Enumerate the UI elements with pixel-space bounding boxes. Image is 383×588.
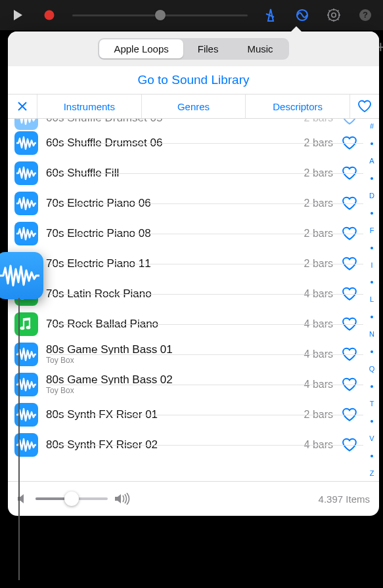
loop-subtitle: Toy Box xyxy=(46,387,304,396)
clear-filters-button[interactable] xyxy=(8,94,37,118)
index-dot xyxy=(371,247,373,249)
loop-browser-panel: Apple Loops Files Music Go to Sound Libr… xyxy=(8,32,379,516)
filter-genres[interactable]: Genres xyxy=(142,94,246,118)
filter-bar: Instruments Genres Descriptors xyxy=(8,94,379,119)
index-letter[interactable]: Z xyxy=(370,470,374,477)
index-letter[interactable]: I xyxy=(371,262,372,269)
items-count: 4.397 Items xyxy=(319,494,370,505)
loop-row[interactable]: 60s Shuffle Drumset 062 bars xyxy=(8,128,363,158)
volume-high-icon xyxy=(114,493,130,505)
source-segmented: Apple Loops Files Music xyxy=(8,32,379,66)
loop-row[interactable]: 60s Shuffle Drumset 052 bars xyxy=(8,119,363,128)
index-letter[interactable]: Q xyxy=(369,366,375,373)
favorite-toggle[interactable] xyxy=(341,119,358,127)
go-to-sound-library-link[interactable]: Go to Sound Library xyxy=(137,73,249,87)
segment-files[interactable]: Files xyxy=(183,39,233,58)
loop-browser-icon[interactable] xyxy=(290,4,315,26)
index-letter[interactable]: V xyxy=(369,435,374,442)
index-dot xyxy=(371,212,373,215)
segment-apple-loops[interactable]: Apple Loops xyxy=(99,39,183,58)
callout-line xyxy=(18,298,20,580)
index-letter[interactable]: N xyxy=(369,331,374,338)
index-letter[interactable]: D xyxy=(369,192,374,200)
loop-title: 60s Shuffle Drumset 05 xyxy=(46,119,304,125)
audio-loop-icon xyxy=(14,192,38,215)
index-dot xyxy=(371,420,373,423)
loop-row[interactable]: 60s Shuffle Fill2 bars xyxy=(8,158,363,188)
svg-text:?: ? xyxy=(363,10,368,20)
position-slider[interactable] xyxy=(72,10,248,20)
loop-row[interactable]: 80s Game Synth Bass 01Toy Box4 bars xyxy=(8,339,363,369)
svg-marker-0 xyxy=(14,10,22,20)
settings-icon[interactable] xyxy=(321,4,346,26)
svg-marker-23 xyxy=(115,494,121,503)
index-dot xyxy=(371,316,373,318)
play-button[interactable] xyxy=(5,4,30,26)
filter-descriptors[interactable]: Descriptors xyxy=(246,94,350,118)
loop-row[interactable]: 80s Synth FX Riser 012 bars xyxy=(8,400,363,430)
loop-row[interactable]: 70s Electric Piano 112 bars xyxy=(8,249,363,279)
svg-point-5 xyxy=(332,13,336,17)
audio-loop-icon xyxy=(14,131,38,155)
index-dot xyxy=(371,385,373,388)
index-letter[interactable]: F xyxy=(370,227,374,234)
svg-point-20 xyxy=(20,326,25,329)
loop-row[interactable]: 80s Synth FX Riser 024 bars xyxy=(8,430,363,460)
transport-toolbar: ? xyxy=(0,0,383,30)
index-letter[interactable]: # xyxy=(370,123,374,130)
svg-point-1 xyxy=(45,10,55,20)
loop-row[interactable]: 70s Electric Piano 082 bars xyxy=(8,219,363,249)
index-dot xyxy=(371,142,373,145)
loop-row[interactable]: 70s Latin Rock Piano4 bars xyxy=(8,279,363,309)
alpha-index[interactable]: #ADFILNQTVZ xyxy=(365,120,379,480)
help-icon[interactable]: ? xyxy=(353,4,378,26)
index-letter[interactable]: L xyxy=(370,296,374,303)
loop-row[interactable]: 70s Rock Ballad Piano4 bars xyxy=(8,309,363,339)
loop-list: 60s Shuffle Drumset 052 bars60s Shuffle … xyxy=(8,119,379,481)
svg-point-21 xyxy=(26,326,31,329)
segment-music[interactable]: Music xyxy=(233,39,287,58)
loop-row[interactable]: 80s Game Synth Bass 02Toy Box4 bars xyxy=(8,369,363,400)
loop-subtitle: Toy Box xyxy=(46,356,304,366)
dragging-loop-icon[interactable] xyxy=(0,252,43,299)
filter-favorites[interactable] xyxy=(350,94,379,118)
index-dot xyxy=(371,281,373,284)
go-to-sound-library[interactable]: Go to Sound Library xyxy=(8,66,379,94)
record-button[interactable] xyxy=(37,4,62,26)
index-dot xyxy=(371,350,373,353)
index-letter[interactable]: A xyxy=(369,158,374,165)
metronome-icon[interactable] xyxy=(258,4,283,26)
browser-footer: 4.397 Items xyxy=(8,481,379,516)
loop-row[interactable]: 70s Electric Piano 062 bars xyxy=(8,188,363,219)
filter-instruments[interactable]: Instruments xyxy=(37,94,142,118)
index-letter[interactable]: T xyxy=(370,400,374,408)
loop-length: 2 bars xyxy=(304,119,333,124)
index-dot xyxy=(371,177,373,180)
index-dot xyxy=(371,455,373,457)
audio-loop-icon xyxy=(14,222,38,245)
audio-loop-icon xyxy=(14,161,38,185)
preview-volume-slider[interactable] xyxy=(35,497,108,500)
